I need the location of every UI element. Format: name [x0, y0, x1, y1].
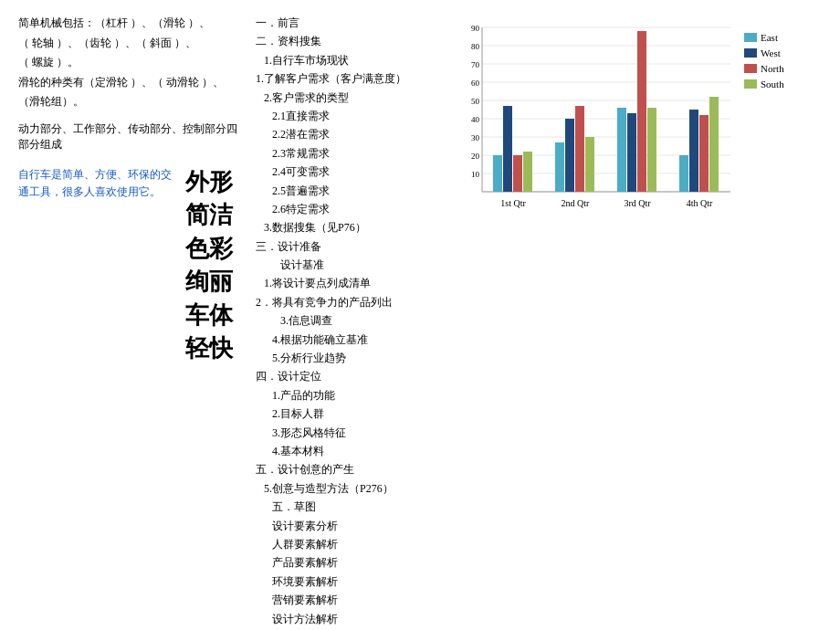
pulley-line1: 滑轮的种类有（定滑轮 ）、（ 动滑轮 ）、: [18, 73, 237, 93]
svg-text:1st Qtr: 1st Qtr: [500, 198, 526, 208]
dynamics-text: 动力部分、工作部分、传动部分、控制部分四部分组成: [18, 121, 237, 152]
outline-item: 一．前言: [256, 14, 438, 32]
outline-item: 4.根据功能确立基准: [256, 331, 438, 349]
outline-item: 三．设计准备: [256, 237, 438, 256]
outline-item: 2.4可变需求: [256, 163, 438, 181]
middle-column: 一．前言二．资料搜集 1.自行车市场现状1.了解客户需求（客户满意度） 2.客户…: [247, 9, 447, 630]
outline-item: 5.创意与造型方法（P276）: [256, 479, 438, 498]
svg-rect-36: [679, 155, 688, 192]
legend-item: West: [744, 47, 784, 58]
left-column: 简单机械包括：（杠杆 ）、（滑轮 ）、 （ 轮轴 ）、（齿轮 ）、（ 斜面 ）、…: [9, 9, 247, 630]
svg-text:10: 10: [471, 170, 480, 179]
intro-line2: （ 轮轴 ）、（齿轮 ）、（ 斜面 ）、: [18, 34, 237, 54]
outline-item: 人群要素解析: [256, 535, 438, 553]
outline-item: 2.客户需求的类型: [256, 89, 438, 107]
svg-rect-28: [575, 106, 584, 192]
outline-item: 2.目标人群: [256, 404, 438, 423]
outline-item: 2.5普遍需求: [256, 182, 438, 200]
svg-text:90: 90: [471, 24, 480, 33]
outline-item: 1.了解客户需求（客户满意度）: [256, 69, 438, 88]
outline-item: 设计要素分析: [256, 517, 438, 535]
svg-rect-23: [513, 155, 522, 192]
outline-item: 3.信息调查: [256, 311, 438, 330]
svg-text:80: 80: [471, 42, 480, 51]
outline-item: 1.自行车市场现状: [256, 51, 438, 69]
intro-line3: （ 螺旋 ）。: [18, 53, 237, 73]
outline-item: 五．草图: [256, 498, 438, 516]
legend-label: South: [761, 79, 784, 89]
svg-rect-33: [637, 31, 646, 192]
svg-rect-34: [647, 108, 656, 192]
legend-label: West: [761, 47, 781, 58]
outline-item: 5.分析行业趋势: [256, 349, 438, 367]
slogan-block: 外形简洁 色彩绚丽 车体轻快: [185, 166, 237, 365]
svg-text:70: 70: [471, 60, 480, 69]
legend-item: East: [744, 32, 784, 43]
outline-item: 2.3常规需求: [256, 144, 438, 163]
outline-item: 产品要素解析: [256, 553, 438, 572]
svg-rect-29: [585, 137, 594, 192]
svg-text:3rd Qtr: 3rd Qtr: [624, 198, 651, 208]
outline-item: 2.1直接需求: [256, 107, 438, 125]
outline-item: 五．设计创意的产生: [256, 460, 438, 478]
outline-item: 营销要素解析: [256, 591, 438, 609]
outline-item: 2.2潜在需求: [256, 125, 438, 143]
pulley-line2: （滑轮组）。: [18, 92, 237, 112]
outline-item: 四．设计定位: [256, 367, 438, 385]
legend-color-box: [744, 79, 757, 89]
svg-rect-27: [565, 119, 574, 192]
legend-item: South: [744, 79, 784, 89]
chart-wrapper: 1020304050607080901st Qtr2nd Qtr3rd Qtr4…: [457, 18, 784, 219]
svg-text:2nd Qtr: 2nd Qtr: [562, 198, 591, 208]
svg-rect-22: [503, 106, 512, 192]
outline-item: 1.将设计要点列成清单: [256, 274, 438, 292]
outline-item: 3.形态风格特征: [256, 424, 438, 442]
slogan-row: 自行车是简单、方便、环保的交通工具，很多人喜欢使用它。 外形简洁 色彩绚丽 车体…: [18, 166, 237, 365]
slogan-line1: 外形简洁: [185, 166, 237, 233]
svg-rect-31: [617, 108, 626, 192]
svg-text:60: 60: [471, 79, 480, 88]
chart-legend: EastWestNorthSouth: [740, 18, 784, 89]
slogan-line2: 色彩绚丽: [185, 233, 237, 299]
highlight-text: 自行车是简单、方便、环保的交通工具，很多人喜欢使用它。: [18, 166, 181, 201]
legend-label: East: [761, 32, 778, 43]
page-container: 简单机械包括：（杠杆 ）、（滑轮 ）、 （ 轮轴 ）、（齿轮 ）、（ 斜面 ）、…: [0, 0, 840, 630]
outline-item: 环境要素解析: [256, 572, 438, 591]
intro-line1: 简单机械包括：（杠杆 ）、（滑轮 ）、: [18, 14, 237, 34]
svg-text:30: 30: [471, 133, 480, 142]
outline-item: 1.产品的功能: [256, 386, 438, 404]
legend-color-box: [744, 64, 757, 73]
intro-text: 简单机械包括：（杠杆 ）、（滑轮 ）、 （ 轮轴 ）、（齿轮 ）、（ 斜面 ）、…: [18, 14, 237, 112]
outline-item: 二．资料搜集: [256, 32, 438, 50]
outline-item: 4.基本材料: [256, 442, 438, 460]
svg-rect-39: [709, 97, 719, 192]
outline-item: 2.6特定需求: [256, 200, 438, 218]
outline-item: 设计基准: [256, 256, 438, 274]
svg-text:40: 40: [471, 115, 480, 124]
outline-item: 2．将具有竞争力的产品列出: [256, 293, 438, 311]
svg-rect-21: [493, 155, 502, 192]
svg-rect-32: [627, 113, 636, 192]
svg-text:20: 20: [471, 152, 480, 161]
svg-rect-37: [689, 110, 698, 192]
right-column: 1020304050607080901st Qtr2nd Qtr3rd Qtr4…: [447, 9, 831, 630]
legend-color-box: [744, 48, 757, 58]
outline-item: 3.数据搜集（见P76）: [256, 218, 438, 236]
svg-rect-26: [555, 142, 564, 192]
outline-item: 设计方法解析: [256, 610, 438, 628]
legend-label: North: [761, 63, 784, 74]
svg-text:50: 50: [471, 97, 480, 106]
bar-chart-svg: 1020304050607080901st Qtr2nd Qtr3rd Qtr4…: [457, 18, 740, 219]
svg-text:4th Qtr: 4th Qtr: [687, 198, 713, 208]
legend-color-box: [744, 33, 757, 42]
svg-rect-24: [523, 152, 532, 192]
slogan-line3: 车体轻快: [185, 299, 237, 366]
legend-item: North: [744, 63, 784, 74]
svg-rect-38: [699, 115, 709, 192]
